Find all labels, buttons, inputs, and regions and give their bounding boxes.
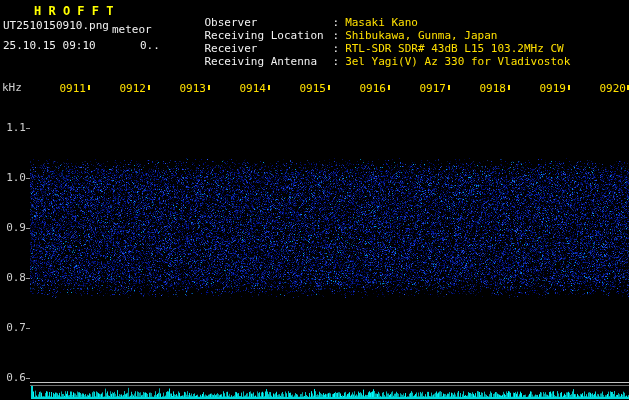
time-tick-label: 0919 <box>532 83 566 95</box>
info-value: 3el Yagi(V) Az 330 for Vladivostok <box>345 55 570 68</box>
freq-tick-mark <box>26 128 30 129</box>
freq-tick-mark <box>26 278 30 279</box>
freq-tick-label: 1.1 <box>4 122 26 134</box>
minute-tick-mark <box>508 85 510 90</box>
level-strip-top-border <box>30 385 629 386</box>
minute-tick-mark <box>208 85 210 90</box>
minute-tick-mark <box>568 85 570 90</box>
minute-tick-mark <box>328 85 330 90</box>
time-tick-label: 0914 <box>232 83 266 95</box>
freq-tick-label: 1.0 <box>4 172 26 184</box>
mode-label: meteor <box>112 24 152 36</box>
datetime-label: 25.10.15 09:10 <box>3 40 96 52</box>
minute-tick-mark <box>88 85 90 90</box>
time-tick-label: 0917 <box>412 83 446 95</box>
info-row-antenna: Receiving Antenna:3el Yagi(V) Az 330 for… <box>178 44 570 80</box>
freq-tick-mark <box>26 378 30 379</box>
output-filename: UT2510150910.png <box>3 20 109 32</box>
time-tick-label: 0920 <box>592 83 626 95</box>
freq-tick-mark <box>26 328 30 329</box>
freq-tick-mark <box>26 228 30 229</box>
time-tick-label: 0912 <box>112 83 146 95</box>
time-tick-label: 0915 <box>292 83 326 95</box>
freq-tick-label: 0.9 <box>4 222 26 234</box>
time-tick-label: 0916 <box>352 83 386 95</box>
info-separator: : <box>333 55 340 68</box>
freq-tick-label: 0.6 <box>4 372 26 384</box>
minute-tick-mark <box>268 85 270 90</box>
time-tick-label: 0913 <box>172 83 206 95</box>
counter-label: 0.. <box>140 40 160 52</box>
freq-tick-label: 0.7 <box>4 322 26 334</box>
spectrogram-bottom-border <box>30 382 629 383</box>
minute-tick-mark <box>148 85 150 90</box>
hrofft-window: H R O F F T UT2510150910.png meteor 25.1… <box>0 0 629 400</box>
freq-unit-label: kHz <box>2 82 22 94</box>
app-title: H R O F F T <box>34 5 113 17</box>
time-tick-label: 0911 <box>52 83 86 95</box>
minute-tick-mark <box>448 85 450 90</box>
freq-tick-label: 0.8 <box>4 272 26 284</box>
minute-tick-mark <box>388 85 390 90</box>
info-label: Receiving Antenna <box>205 56 333 68</box>
time-tick-label: 0918 <box>472 83 506 95</box>
freq-tick-mark <box>26 178 30 179</box>
